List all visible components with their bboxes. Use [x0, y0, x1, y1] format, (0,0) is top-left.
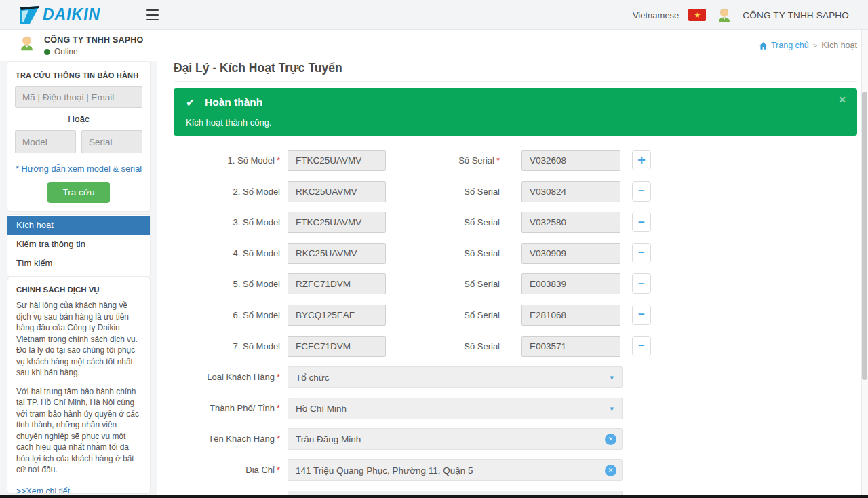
- home-icon: [759, 41, 768, 50]
- policy-paragraph: Với hai trung tâm bảo hành chính tại TP.…: [16, 386, 141, 476]
- required-asterisk: *: [277, 155, 280, 166]
- model-label: 3. Số Model*: [157, 212, 280, 233]
- nav-item-tim-kiem[interactable]: Tìm kiếm: [7, 254, 150, 273]
- policy-title: CHÍNH SÁCH DỊCH VỤ: [16, 286, 141, 294]
- remove-row-button[interactable]: −: [632, 212, 651, 232]
- city-province-select[interactable]: Hồ Chí Minh ▾: [288, 398, 623, 419]
- service-policy-card: CHÍNH SÁCH DỊCH VỤ Sự hài lòng của khách…: [7, 277, 151, 494]
- user-name: CÔNG TY TNHH SAPHO: [44, 35, 143, 45]
- policy-detail-link[interactable]: >>Xem chi tiết: [16, 483, 141, 495]
- model-input[interactable]: [288, 150, 386, 171]
- code-phone-email-input[interactable]: [15, 86, 142, 108]
- nav-item-kiem-tra-thong-tin[interactable]: Kiểm tra thông tin: [7, 235, 150, 254]
- alert-title: Hoàn thành: [205, 96, 262, 109]
- chevron-down-icon: ▾: [610, 398, 614, 419]
- sidebar-nav: Kích hoạt Kiểm tra thông tin Tìm kiếm: [7, 214, 151, 277]
- model-serial-guide-link[interactable]: * Hướng dẫn xem model & serial: [15, 164, 142, 174]
- field-label: Loại Khách Hàng: [207, 372, 275, 382]
- clear-icon[interactable]: ✕: [605, 434, 616, 445]
- field-value: Tổ chức: [296, 367, 330, 388]
- model-lookup-input[interactable]: [15, 130, 76, 153]
- serial-input[interactable]: [521, 150, 620, 171]
- field-label: Tên Khách Hàng: [208, 434, 275, 444]
- form-field-row: Thành Phố/ Tỉnh* Hồ Chí Minh ▾: [157, 398, 868, 429]
- model-input[interactable]: [288, 181, 386, 202]
- model-label: 2. Số Model*: [157, 181, 280, 202]
- app-window: DAIKIN Vietnamese ★ CÔNG TY TNHH SAPHO: [0, 0, 868, 498]
- nav-item-kich-hoat[interactable]: Kích hoạt: [7, 216, 150, 235]
- model-input[interactable]: [288, 336, 386, 357]
- account-avatar: [715, 6, 733, 24]
- field-label: Địa Chỉ: [245, 465, 275, 475]
- device-row: 5. Số Model* Số Serial* −: [157, 273, 868, 305]
- menu-toggle-icon[interactable]: [146, 9, 159, 20]
- lookup-search-button[interactable]: Tra cứu: [47, 182, 110, 203]
- serial-input[interactable]: [521, 243, 620, 264]
- check-icon: ✔: [186, 96, 195, 109]
- customer-name-input[interactable]: Trần Đăng Minh ✕: [288, 428, 623, 450]
- required-asterisk: *: [496, 155, 500, 166]
- model-input[interactable]: [288, 243, 386, 264]
- address-input[interactable]: 141 Triệu Quang Phục, Phường 11, Quận 5 …: [288, 459, 623, 481]
- form-field-row: Loại Khách Hàng* Tổ chức ▾: [157, 366, 868, 398]
- row-index: 1.: [228, 155, 235, 166]
- required-asterisk: *: [277, 403, 280, 413]
- vertical-scrollbar-track[interactable]: [861, 30, 868, 498]
- or-label: Hoặc: [15, 114, 142, 124]
- activation-form: 1. Số Model* Số Serial* + 2. Số Model* S…: [157, 150, 868, 498]
- serial-label: Số Serial*: [415, 273, 500, 294]
- chevron-down-icon: ▾: [610, 367, 614, 387]
- breadcrumb-home-label: Trang chủ: [771, 41, 809, 50]
- device-row: 7. Số Model* Số Serial* −: [157, 336, 868, 367]
- model-label: 5. Số Model*: [157, 273, 280, 294]
- row-index: 5.: [233, 279, 241, 289]
- serial-input[interactable]: [521, 212, 620, 233]
- add-row-button[interactable]: +: [632, 150, 651, 170]
- title-divider: [174, 81, 857, 82]
- vietnam-flag-icon[interactable]: ★: [688, 9, 706, 21]
- flag-star: ★: [694, 12, 701, 19]
- serial-label: Số Serial*: [415, 305, 500, 326]
- remove-row-button[interactable]: −: [632, 243, 651, 263]
- row-index: 2.: [233, 187, 241, 197]
- alert-message: Kích hoạt thành công.: [186, 117, 271, 128]
- field-label: Thành Phố/ Tỉnh: [210, 403, 275, 413]
- model-label: 4. Số Model*: [157, 243, 280, 264]
- model-label: 1. Số Model*: [157, 150, 280, 171]
- serial-input[interactable]: [521, 181, 620, 202]
- device-row: 1. Số Model* Số Serial* +: [157, 150, 868, 181]
- row-index: 4.: [233, 248, 241, 258]
- serial-input[interactable]: [521, 273, 620, 294]
- serial-label: Số Serial*: [415, 181, 500, 202]
- close-icon[interactable]: ✕: [838, 94, 846, 105]
- serial-label: Số Serial*: [415, 336, 500, 357]
- model-input[interactable]: [288, 305, 386, 326]
- serial-label: Số Serial*: [415, 243, 500, 264]
- model-label: 7. Số Model*: [157, 336, 280, 357]
- vertical-scrollbar-thumb[interactable]: [862, 92, 867, 380]
- device-row: 2. Số Model* Số Serial* −: [157, 181, 868, 212]
- remove-row-button[interactable]: −: [632, 181, 651, 202]
- clear-icon[interactable]: ✕: [605, 465, 616, 476]
- user-meta: CÔNG TY TNHH SAPHO Online: [44, 34, 143, 61]
- customer-type-select[interactable]: Tổ chức ▾: [288, 366, 623, 388]
- remove-row-button[interactable]: −: [632, 336, 651, 356]
- serial-input[interactable]: [521, 336, 620, 357]
- form-field-row: Tên Khách Hàng* Trần Đăng Minh ✕: [157, 428, 868, 459]
- remove-row-button[interactable]: −: [632, 273, 651, 294]
- serial-input[interactable]: [521, 305, 620, 326]
- remove-row-button[interactable]: −: [632, 305, 651, 325]
- device-row: 3. Số Model* Số Serial* −: [157, 212, 868, 243]
- language-selector[interactable]: Vietnamese: [633, 10, 679, 20]
- row-index: 6.: [233, 310, 241, 320]
- device-row: 6. Số Model* Số Serial* −: [157, 305, 868, 336]
- user-panel: CÔNG TY TNHH SAPHO Online: [0, 30, 157, 61]
- serial-lookup-input[interactable]: [81, 130, 142, 153]
- lookup-title: TRA CỨU THÔNG TIN BẢO HÀNH: [16, 71, 142, 79]
- model-input[interactable]: [288, 273, 386, 294]
- topbar: DAIKIN Vietnamese ★ CÔNG TY TNHH SAPHO: [0, 0, 868, 30]
- row-index: 3.: [233, 217, 241, 227]
- account-name[interactable]: CÔNG TY TNHH SAPHO: [743, 10, 849, 20]
- breadcrumb-home-link[interactable]: Trang chủ: [759, 41, 809, 50]
- model-input[interactable]: [288, 212, 386, 233]
